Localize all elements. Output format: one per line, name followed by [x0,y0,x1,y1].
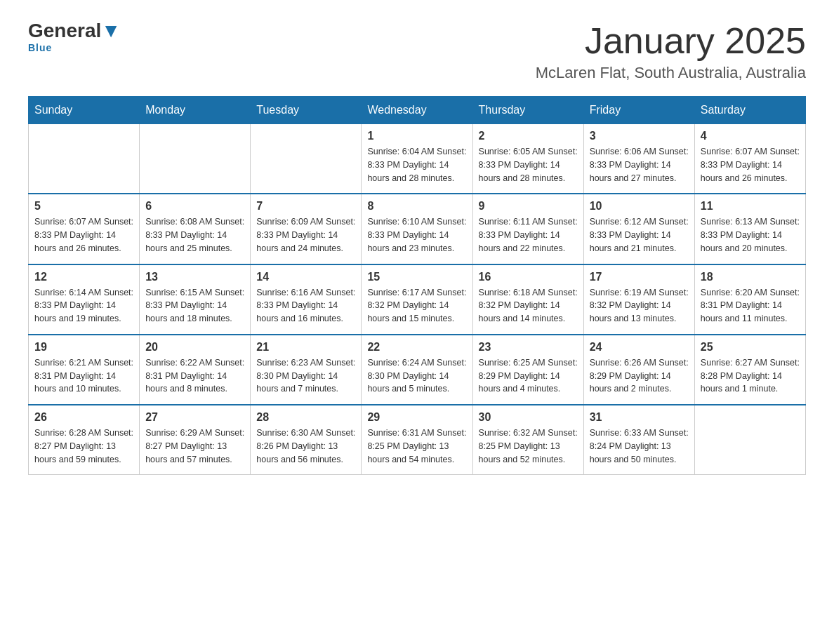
calendar-cell: 22Sunrise: 6:24 AM Sunset: 8:30 PM Dayli… [362,335,472,405]
day-info: Sunrise: 6:18 AM Sunset: 8:32 PM Dayligh… [479,286,578,326]
day-info: Sunrise: 6:07 AM Sunset: 8:33 PM Dayligh… [701,145,800,185]
calendar-cell: 6Sunrise: 6:08 AM Sunset: 8:33 PM Daylig… [140,194,251,264]
day-info: Sunrise: 6:24 AM Sunset: 8:30 PM Dayligh… [367,356,466,396]
day-number: 17 [590,271,689,283]
calendar-cell: 29Sunrise: 6:31 AM Sunset: 8:25 PM Dayli… [362,405,472,475]
weekday-friday: Friday [583,97,694,124]
day-number: 6 [145,200,244,213]
month-title: January 2025 [536,21,806,61]
day-info: Sunrise: 6:33 AM Sunset: 8:24 PM Dayligh… [590,427,689,466]
day-number: 9 [479,200,578,213]
calendar-week-3: 12Sunrise: 6:14 AM Sunset: 8:33 PM Dayli… [29,264,806,335]
day-info: Sunrise: 6:29 AM Sunset: 8:27 PM Dayligh… [145,427,244,466]
calendar-cell: 5Sunrise: 6:07 AM Sunset: 8:33 PM Daylig… [29,194,140,264]
calendar-cell [694,405,805,475]
day-number: 19 [34,341,133,354]
day-number: 3 [590,130,689,142]
day-number: 25 [701,341,800,354]
calendar-week-1: 1Sunrise: 6:04 AM Sunset: 8:33 PM Daylig… [29,124,806,194]
weekday-tuesday: Tuesday [251,97,362,124]
day-info: Sunrise: 6:20 AM Sunset: 8:31 PM Dayligh… [701,286,800,326]
day-number: 14 [256,271,355,283]
day-info: Sunrise: 6:28 AM Sunset: 8:27 PM Dayligh… [34,427,133,466]
title-section: January 2025 McLaren Flat, South Austral… [536,21,806,82]
calendar-cell: 10Sunrise: 6:12 AM Sunset: 8:33 PM Dayli… [583,194,694,264]
calendar-week-4: 19Sunrise: 6:21 AM Sunset: 8:31 PM Dayli… [29,335,806,405]
day-number: 13 [145,271,244,283]
calendar-cell: 7Sunrise: 6:09 AM Sunset: 8:33 PM Daylig… [251,194,362,264]
calendar-cell: 1Sunrise: 6:04 AM Sunset: 8:33 PM Daylig… [362,124,472,194]
calendar-cell: 26Sunrise: 6:28 AM Sunset: 8:27 PM Dayli… [29,405,140,475]
calendar-cell: 21Sunrise: 6:23 AM Sunset: 8:30 PM Dayli… [251,335,362,405]
day-number: 20 [145,341,244,354]
day-number: 12 [34,271,133,283]
day-info: Sunrise: 6:05 AM Sunset: 8:33 PM Dayligh… [479,145,578,185]
calendar-cell: 11Sunrise: 6:13 AM Sunset: 8:33 PM Dayli… [694,194,805,264]
weekday-monday: Monday [140,97,251,124]
day-info: Sunrise: 6:10 AM Sunset: 8:33 PM Dayligh… [367,215,466,255]
calendar-cell: 28Sunrise: 6:30 AM Sunset: 8:26 PM Dayli… [251,405,362,475]
calendar-cell: 13Sunrise: 6:15 AM Sunset: 8:33 PM Dayli… [140,264,251,335]
day-number: 15 [367,271,466,283]
day-number: 23 [479,341,578,354]
day-info: Sunrise: 6:17 AM Sunset: 8:32 PM Dayligh… [367,286,466,326]
day-number: 27 [145,411,244,424]
calendar-cell: 24Sunrise: 6:26 AM Sunset: 8:29 PM Dayli… [583,335,694,405]
day-info: Sunrise: 6:23 AM Sunset: 8:30 PM Dayligh… [256,356,355,396]
location: McLaren Flat, South Australia, Australia [536,64,806,82]
calendar-cell [140,124,251,194]
day-number: 28 [256,411,355,424]
day-number: 2 [479,130,578,142]
day-info: Sunrise: 6:15 AM Sunset: 8:33 PM Dayligh… [145,286,244,326]
calendar-cell: 20Sunrise: 6:22 AM Sunset: 8:31 PM Dayli… [140,335,251,405]
calendar-cell: 31Sunrise: 6:33 AM Sunset: 8:24 PM Dayli… [583,405,694,475]
calendar-cell: 16Sunrise: 6:18 AM Sunset: 8:32 PM Dayli… [472,264,583,335]
day-info: Sunrise: 6:11 AM Sunset: 8:33 PM Dayligh… [479,215,578,255]
day-info: Sunrise: 6:30 AM Sunset: 8:26 PM Dayligh… [256,427,355,466]
calendar-cell: 15Sunrise: 6:17 AM Sunset: 8:32 PM Dayli… [362,264,472,335]
day-info: Sunrise: 6:32 AM Sunset: 8:25 PM Dayligh… [479,427,578,466]
calendar-cell: 14Sunrise: 6:16 AM Sunset: 8:33 PM Dayli… [251,264,362,335]
logo-blue: Blue [28,42,52,53]
day-info: Sunrise: 6:26 AM Sunset: 8:29 PM Dayligh… [590,356,689,396]
page-header: General▼ Blue January 2025 McLaren Flat,… [28,21,806,82]
day-info: Sunrise: 6:19 AM Sunset: 8:32 PM Dayligh… [590,286,689,326]
calendar-cell: 9Sunrise: 6:11 AM Sunset: 8:33 PM Daylig… [472,194,583,264]
day-number: 18 [701,271,800,283]
day-info: Sunrise: 6:08 AM Sunset: 8:33 PM Dayligh… [145,215,244,255]
day-info: Sunrise: 6:04 AM Sunset: 8:33 PM Dayligh… [367,145,466,185]
calendar-cell: 30Sunrise: 6:32 AM Sunset: 8:25 PM Dayli… [472,405,583,475]
day-info: Sunrise: 6:06 AM Sunset: 8:33 PM Dayligh… [590,145,689,185]
day-info: Sunrise: 6:16 AM Sunset: 8:33 PM Dayligh… [256,286,355,326]
day-info: Sunrise: 6:31 AM Sunset: 8:25 PM Dayligh… [367,427,466,466]
calendar-cell: 4Sunrise: 6:07 AM Sunset: 8:33 PM Daylig… [694,124,805,194]
day-number: 11 [701,200,800,213]
calendar-cell: 25Sunrise: 6:27 AM Sunset: 8:28 PM Dayli… [694,335,805,405]
calendar-cell [29,124,140,194]
logo-triangle-icon: ▼ [101,20,121,41]
calendar-week-5: 26Sunrise: 6:28 AM Sunset: 8:27 PM Dayli… [29,405,806,475]
day-number: 7 [256,200,355,213]
calendar-cell: 12Sunrise: 6:14 AM Sunset: 8:33 PM Dayli… [29,264,140,335]
logo: General▼ Blue [28,21,121,53]
day-number: 16 [479,271,578,283]
day-info: Sunrise: 6:25 AM Sunset: 8:29 PM Dayligh… [479,356,578,396]
calendar-cell: 19Sunrise: 6:21 AM Sunset: 8:31 PM Dayli… [29,335,140,405]
day-info: Sunrise: 6:07 AM Sunset: 8:33 PM Dayligh… [34,215,133,255]
weekday-header-row: SundayMondayTuesdayWednesdayThursdayFrid… [29,97,806,124]
day-number: 30 [479,411,578,424]
day-number: 29 [367,411,466,424]
day-number: 4 [701,130,800,142]
day-info: Sunrise: 6:09 AM Sunset: 8:33 PM Dayligh… [256,215,355,255]
calendar-cell: 8Sunrise: 6:10 AM Sunset: 8:33 PM Daylig… [362,194,472,264]
calendar-week-2: 5Sunrise: 6:07 AM Sunset: 8:33 PM Daylig… [29,194,806,264]
day-info: Sunrise: 6:14 AM Sunset: 8:33 PM Dayligh… [34,286,133,326]
calendar-cell: 27Sunrise: 6:29 AM Sunset: 8:27 PM Dayli… [140,405,251,475]
day-info: Sunrise: 6:21 AM Sunset: 8:31 PM Dayligh… [34,356,133,396]
day-info: Sunrise: 6:27 AM Sunset: 8:28 PM Dayligh… [701,356,800,396]
day-number: 10 [590,200,689,213]
day-info: Sunrise: 6:12 AM Sunset: 8:33 PM Dayligh… [590,215,689,255]
day-number: 5 [34,200,133,213]
day-number: 8 [367,200,466,213]
calendar-cell: 18Sunrise: 6:20 AM Sunset: 8:31 PM Dayli… [694,264,805,335]
